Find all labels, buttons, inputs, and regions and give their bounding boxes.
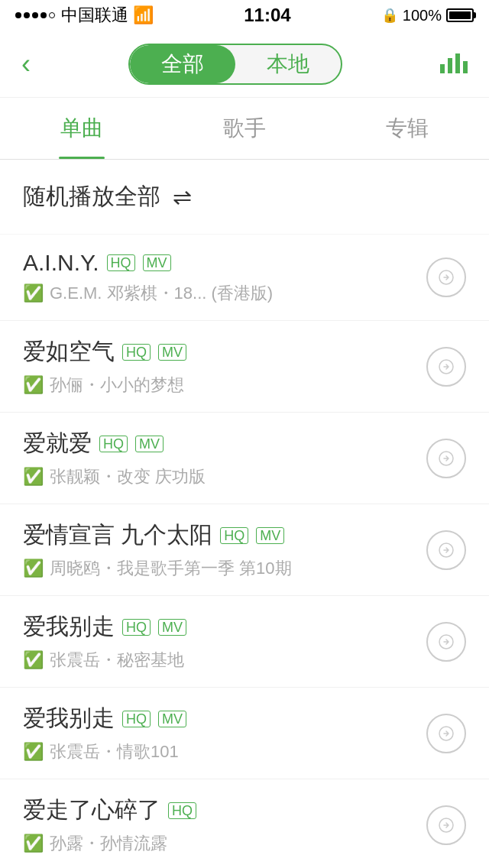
more-button[interactable]: [426, 257, 466, 297]
song-title: A.I.N.Y.: [23, 250, 99, 276]
wifi-icon: 📶: [133, 5, 154, 25]
song-info: 爱如空气 HQ MV ✅ 孙俪・小小的梦想: [23, 336, 414, 397]
svg-rect-0: [440, 64, 445, 73]
check-icon: ✅: [23, 834, 44, 853]
tab-all-button[interactable]: 全部: [130, 45, 235, 83]
badge-hq: HQ: [220, 527, 248, 544]
list-item[interactable]: A.I.N.Y. HQ MV ✅ G.E.M. 邓紫棋・18... (香港版): [0, 235, 489, 321]
badge-hq: HQ: [107, 254, 135, 271]
song-info: 爱走了心碎了 HQ ✅ 孙露・孙情流露: [23, 795, 414, 855]
check-icon: ✅: [23, 559, 44, 578]
badge-hq: HQ: [168, 802, 196, 819]
chart-button[interactable]: [434, 42, 474, 86]
list-item[interactable]: 爱如空气 HQ MV ✅ 孙俪・小小的梦想: [0, 321, 489, 413]
list-item[interactable]: 爱走了心碎了 HQ ✅ 孙露・孙情流露: [0, 779, 489, 868]
song-title: 爱我别走: [23, 703, 115, 734]
song-info: 爱情宣言 九个太阳 HQ MV ✅ 周晓鸥・我是歌手第一季 第10期: [23, 520, 414, 580]
battery-percent: 100%: [403, 7, 442, 24]
check-icon: ✅: [23, 650, 44, 670]
more-button[interactable]: [426, 530, 466, 570]
badge-mv: MV: [143, 254, 171, 271]
list-item[interactable]: 爱情宣言 九个太阳 HQ MV ✅ 周晓鸥・我是歌手第一季 第10期: [0, 504, 489, 596]
status-left: 中国联通 📶: [15, 4, 154, 27]
song-info: 爱我别走 HQ MV ✅ 张震岳・秘密基地: [23, 611, 414, 672]
carrier-wifi: 中国联通 📶: [61, 4, 154, 27]
song-title: 爱走了心碎了: [23, 795, 160, 826]
tab-albums[interactable]: 专辑: [326, 98, 489, 159]
badge-mv: MV: [158, 619, 186, 636]
song-title: 爱就爱: [23, 428, 92, 459]
song-title: 爱如空气: [23, 336, 115, 368]
svg-rect-3: [463, 61, 468, 73]
song-info: 爱就爱 HQ MV ✅ 张靓颖・改变 庆功版: [23, 428, 414, 488]
song-list: A.I.N.Y. HQ MV ✅ G.E.M. 邓紫棋・18... (香港版) …: [0, 235, 489, 868]
status-bar: 中国联通 📶 11:04 🔒 100%: [0, 0, 489, 31]
shuffle-icon: ⇌: [173, 183, 192, 210]
check-icon: ✅: [23, 283, 44, 303]
carrier-name: 中国联通: [61, 4, 128, 27]
list-item[interactable]: 爱我别走 HQ MV ✅ 张震岳・秘密基地: [0, 596, 489, 688]
song-subtitle: 张震岳・秘密基地: [50, 649, 184, 672]
badge-hq: HQ: [122, 711, 151, 727]
check-icon: ✅: [23, 375, 44, 395]
song-subtitle: 张震岳・情歌101: [50, 740, 179, 763]
song-subtitle: 周晓鸥・我是歌手第一季 第10期: [50, 557, 292, 580]
status-right: 🔒 100%: [381, 7, 474, 24]
shuffle-row[interactable]: 随机播放全部 ⇌: [0, 160, 489, 235]
sub-tabs: 单曲 歌手 专辑: [0, 98, 489, 160]
status-time: 11:04: [244, 5, 290, 26]
badge-hq: HQ: [99, 436, 128, 452]
top-nav: ‹ 全部 本地: [0, 31, 489, 98]
svg-rect-1: [448, 58, 452, 73]
badge-mv: MV: [256, 527, 284, 544]
more-button[interactable]: [426, 714, 466, 753]
badge-hq: HQ: [122, 619, 151, 636]
more-button[interactable]: [426, 805, 466, 845]
badge-hq: HQ: [122, 344, 151, 361]
back-button[interactable]: ‹: [15, 42, 37, 86]
signal-dots: [15, 12, 55, 18]
more-button[interactable]: [426, 347, 466, 387]
battery-icon: [446, 8, 474, 22]
badge-mv: MV: [158, 344, 186, 361]
badge-mv: MV: [158, 711, 186, 727]
song-title: 爱情宣言 九个太阳: [23, 520, 212, 551]
song-subtitle: 孙俪・小小的梦想: [50, 374, 184, 397]
svg-rect-2: [455, 53, 460, 73]
tab-local-button[interactable]: 本地: [235, 45, 341, 83]
shuffle-label: 随机播放全部: [23, 181, 160, 212]
list-item[interactable]: 爱就爱 HQ MV ✅ 张靓颖・改变 庆功版: [0, 413, 489, 504]
song-subtitle: G.E.M. 邓紫棋・18... (香港版): [50, 282, 273, 305]
more-button[interactable]: [426, 622, 466, 662]
list-item[interactable]: 爱我别走 HQ MV ✅ 张震岳・情歌101: [0, 688, 489, 779]
song-info: 爱我别走 HQ MV ✅ 张震岳・情歌101: [23, 703, 414, 763]
song-info: A.I.N.Y. HQ MV ✅ G.E.M. 邓紫棋・18... (香港版): [23, 250, 414, 305]
song-title: 爱我别走: [23, 611, 115, 643]
badge-mv: MV: [135, 436, 164, 452]
lock-icon: 🔒: [381, 7, 398, 24]
check-icon: ✅: [23, 742, 44, 762]
song-subtitle: 孙露・孙情流露: [50, 832, 167, 855]
song-subtitle: 张靓颖・改变 庆功版: [50, 465, 206, 488]
tab-singles[interactable]: 单曲: [0, 98, 163, 159]
filter-toggle: 全部 本地: [128, 44, 342, 85]
more-button[interactable]: [426, 439, 466, 478]
check-icon: ✅: [23, 467, 44, 487]
tab-artists[interactable]: 歌手: [163, 98, 325, 159]
